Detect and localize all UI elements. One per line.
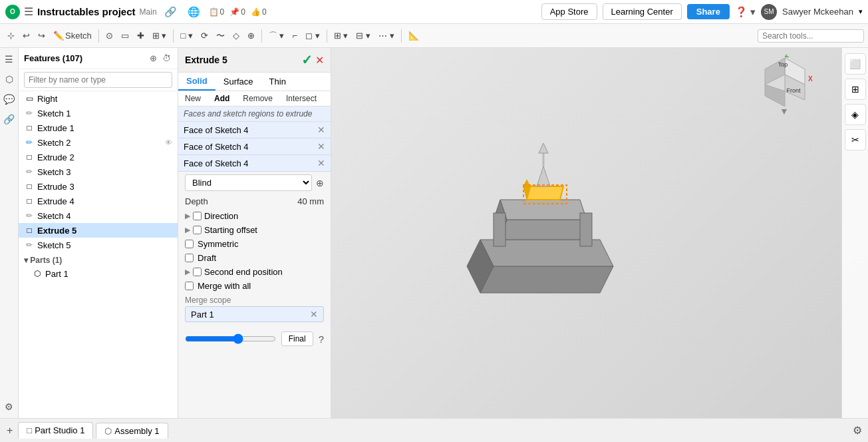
comment-icon[interactable]: 💬 (1, 92, 17, 107)
sidebar-item-extrude1[interactable]: □ Extrude 1 (19, 120, 178, 135)
sidebar-item-right[interactable]: ▭ Right (19, 91, 178, 106)
remove-face-0-button[interactable]: ✕ (317, 124, 325, 135)
eye-icon[interactable]: 👁 (165, 138, 172, 146)
section-view-button[interactable]: ✂ (845, 129, 866, 150)
sidebar-item-part1[interactable]: ⬡ Part 1 (19, 266, 178, 281)
user-name[interactable]: Sawyer Mckeehan (782, 7, 853, 17)
sidebar-item-extrude3[interactable]: □ Extrude 3 (19, 179, 178, 194)
subtab-remove[interactable]: Remove (236, 91, 279, 106)
revolve-button[interactable]: ⟳ (198, 29, 212, 43)
feature-list-icon[interactable]: ☰ (3, 52, 15, 67)
view-table-button[interactable]: ⊞ (845, 79, 866, 100)
type-select[interactable]: Blind (185, 174, 312, 191)
sweep-button[interactable]: 〜 (213, 28, 228, 44)
progress-slider[interactable] (185, 333, 276, 344)
flip-direction-icon[interactable]: ⊕ (316, 178, 324, 188)
tab-surface[interactable]: Surface (216, 73, 261, 91)
depth-value[interactable]: 40 mm (297, 196, 324, 206)
bottom-tabs-bar: + □ Part Studio 1 ⬡ Assembly 1 ⚙ (0, 418, 868, 442)
sidebar-item-extrude5[interactable]: □ Extrude 5 (19, 223, 178, 238)
sketch-button[interactable]: ✏️ Sketch (50, 29, 95, 43)
tab-thin[interactable]: Thin (261, 73, 294, 91)
confirm-button[interactable]: ✓ (301, 52, 313, 68)
navigation-cube[interactable]: Top Front X Z ▼ (755, 55, 815, 116)
view-front-button[interactable]: ⬜ (845, 53, 866, 75)
subtab-add[interactable]: Add (208, 91, 236, 106)
chamfer-button[interactable]: ⌐ (289, 29, 301, 43)
pattern-button[interactable]: ⊞ ▾ (149, 29, 170, 43)
extrude-button[interactable]: □ ▾ (177, 29, 196, 43)
learning-center-button[interactable]: Learning Center (603, 3, 682, 20)
viewport[interactable]: Top Front X Z ▼ (331, 48, 868, 418)
bottom-left-icon[interactable]: ⚙ (3, 399, 15, 414)
sidebar-item-sketch4[interactable]: ✏ Sketch 4 (19, 208, 178, 223)
app-store-button[interactable]: App Store (541, 3, 597, 20)
remove-face-1-button[interactable]: ✕ (317, 141, 325, 152)
branch-label: Main (140, 7, 157, 17)
direction-checkbox[interactable] (193, 212, 202, 220)
starting-offset-checkbox[interactable] (193, 226, 202, 234)
merge-scope-clear-button[interactable]: ✕ (310, 309, 318, 320)
select-tool-button[interactable]: ⊹ (4, 29, 18, 43)
direction-row[interactable]: ▶ Direction (178, 209, 331, 223)
sidebar-item-extrude2[interactable]: □ Extrude 2 (19, 150, 178, 164)
sidebar-item-extrude4[interactable]: □ Extrude 4 (19, 194, 178, 208)
copy-count: 📋 0 (209, 7, 225, 17)
tab-part-studio[interactable]: □ Part Studio 1 (18, 422, 93, 439)
mate-connector-button[interactable]: ✚ (134, 29, 148, 43)
fillet-button[interactable]: ⌒ ▾ (265, 28, 288, 44)
construction-button[interactable]: ⊙ (102, 29, 116, 43)
svg-text:▼: ▼ (780, 106, 789, 114)
help-icon-button[interactable]: ? (319, 333, 324, 345)
final-button[interactable]: Final (281, 332, 313, 346)
draft-row: Draft (178, 251, 331, 265)
starting-offset-arrow-icon: ▶ (185, 226, 190, 234)
bottom-right-icon[interactable]: ⚙ (851, 422, 864, 439)
search-tools-input[interactable] (758, 29, 864, 43)
hamburger-menu-icon[interactable]: ☰ (24, 5, 33, 18)
remove-face-2-button[interactable]: ✕ (317, 158, 325, 168)
avatar[interactable]: SM (761, 4, 777, 20)
subtab-new[interactable]: New (178, 91, 208, 106)
symmetric-checkbox[interactable] (185, 240, 194, 248)
globe-icon-button[interactable]: 🌐 (184, 5, 204, 19)
svg-text:X: X (808, 75, 813, 83)
merge-all-checkbox[interactable] (185, 282, 194, 290)
filter-input[interactable] (24, 72, 172, 88)
share-button[interactable]: Share (687, 4, 730, 19)
add-feature-button[interactable]: ⊕ (148, 52, 158, 65)
add-tab-button[interactable]: + (4, 423, 15, 438)
help-button[interactable]: ❓ ▾ (735, 6, 756, 18)
sidebar-item-sketch2[interactable]: ✏ Sketch 2 👁 (19, 135, 178, 150)
parts-icon[interactable]: ⬡ (3, 72, 15, 87)
part-studio-tab-icon: □ (27, 425, 32, 435)
parts-section-label[interactable]: ▾ Parts (1) (24, 256, 62, 265)
plane-button[interactable]: ▭ (118, 29, 132, 43)
shell-button[interactable]: ◻ ▾ (302, 29, 323, 43)
mates-icon[interactable]: 🔗 (1, 112, 17, 126)
sidebar-item-sketch5[interactable]: ✏ Sketch 5 (19, 238, 178, 252)
view-isometric-button[interactable]: ◈ (845, 104, 866, 125)
boolean-button[interactable]: ⊕ (244, 29, 258, 43)
tab-assembly[interactable]: ⬡ Assembly 1 (96, 423, 168, 439)
measure-button[interactable]: 📐 (405, 29, 422, 43)
close-button[interactable]: ✕ (315, 52, 324, 68)
second-end-row[interactable]: ▶ Second end position (178, 265, 331, 279)
symmetric-row: Symmetric (178, 237, 331, 251)
split-button[interactable]: ⊟ ▾ (353, 29, 374, 43)
user-dropdown-icon[interactable]: ▾ (859, 7, 863, 16)
tab-solid[interactable]: Solid (178, 73, 216, 91)
redo-button[interactable]: ↪ (35, 29, 49, 43)
draft-checkbox[interactable] (185, 254, 194, 262)
sidebar-item-sketch1[interactable]: ✏ Sketch 1 (19, 106, 178, 120)
history-button[interactable]: ⏱ (161, 52, 172, 65)
second-end-checkbox[interactable] (193, 268, 202, 276)
more-tools-button[interactable]: ⋯ ▾ (375, 29, 398, 43)
loft-button[interactable]: ◇ (229, 29, 243, 43)
starting-offset-row[interactable]: ▶ Starting offset (178, 223, 331, 237)
transform-button[interactable]: ⊞ ▾ (331, 29, 352, 43)
subtab-intersect[interactable]: Intersect (279, 91, 323, 106)
undo-button[interactable]: ↩ (19, 29, 33, 43)
link-icon-button[interactable]: 🔗 (161, 5, 180, 19)
sidebar-item-sketch3[interactable]: ✏ Sketch 3 (19, 164, 178, 179)
